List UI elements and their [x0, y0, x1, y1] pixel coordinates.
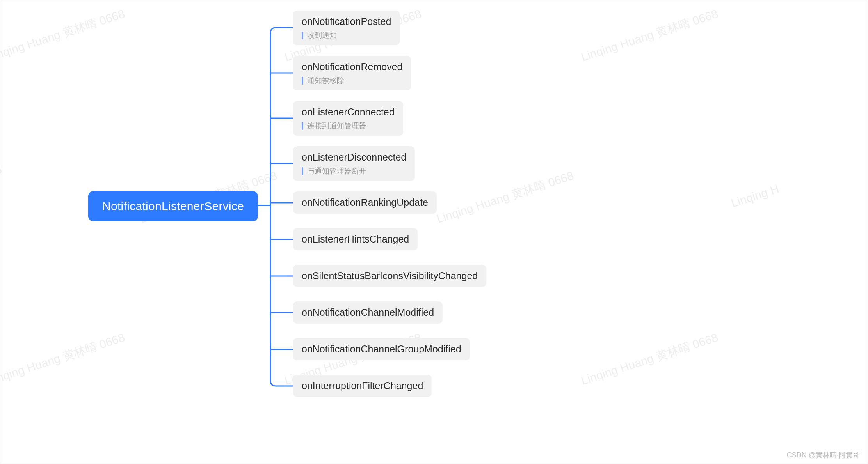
watermark: 68	[0, 163, 4, 179]
desc-bar-icon	[302, 77, 303, 85]
child-desc-text: 通知被移除	[307, 76, 344, 86]
child-title: onNotificationRemoved	[302, 61, 402, 73]
attribution-text: CSDN @黄林晴·阿黄哥	[787, 450, 860, 460]
child-title: onListenerHintsChanged	[302, 234, 409, 245]
child-node[interactable]: onSilentStatusBarIconsVisibilityChanged	[293, 265, 486, 287]
watermark: Linqing Huang 黄林晴 0668	[579, 329, 720, 389]
child-title: onNotificationPosted	[302, 16, 391, 27]
child-title: onNotificationChannelGroupModified	[302, 344, 461, 355]
mindmap-canvas: Linqing Huang 黄林晴 0668Linqing Huang 黄林晴 …	[0, 0, 868, 464]
child-title: onSilentStatusBarIconsVisibilityChanged	[302, 270, 478, 282]
watermark: Linqing Huang 黄林晴 0668	[435, 168, 576, 227]
child-title: onNotificationChannelModified	[302, 307, 434, 318]
desc-bar-icon	[302, 167, 303, 175]
child-title: onListenerConnected	[302, 106, 395, 118]
watermark: Linqing Huang 黄林晴 0668	[579, 6, 720, 65]
child-node[interactable]: onNotificationChannelGroupModified	[293, 338, 470, 360]
desc-bar-icon	[302, 32, 303, 39]
child-title: onListenerDisconnected	[302, 152, 406, 163]
watermark: Linqing Huang 黄林晴 0668	[0, 6, 127, 65]
child-node[interactable]: onInterruptionFilterChanged	[293, 375, 432, 397]
watermark: Linqing H	[729, 182, 781, 210]
child-node[interactable]: onNotificationPosted收到通知	[293, 11, 400, 45]
child-desc: 通知被移除	[302, 76, 402, 86]
child-node[interactable]: onListenerConnected连接到通知管理器	[293, 101, 403, 136]
connector-lines	[0, 0, 868, 464]
child-desc: 连接到通知管理器	[302, 121, 395, 131]
child-title: onNotificationRankingUpdate	[302, 197, 428, 208]
child-node[interactable]: onNotificationRankingUpdate	[293, 191, 437, 214]
desc-bar-icon	[302, 122, 303, 130]
child-node[interactable]: onListenerDisconnected与通知管理器断开	[293, 146, 415, 181]
root-node[interactable]: NotificationListenerService	[88, 191, 258, 221]
child-node[interactable]: onNotificationChannelModified	[293, 301, 443, 324]
child-node[interactable]: onListenerHintsChanged	[293, 228, 418, 250]
watermark: Linqing Huang 黄林晴 0668	[0, 329, 127, 389]
child-node[interactable]: onNotificationRemoved通知被移除	[293, 56, 411, 90]
child-desc: 与通知管理器断开	[302, 166, 406, 176]
child-desc-text: 连接到通知管理器	[307, 121, 366, 131]
root-label: NotificationListenerService	[102, 200, 244, 213]
child-desc-text: 与通知管理器断开	[307, 166, 366, 176]
child-desc-text: 收到通知	[307, 30, 337, 41]
child-title: onInterruptionFilterChanged	[302, 380, 423, 391]
child-desc: 收到通知	[302, 30, 391, 41]
